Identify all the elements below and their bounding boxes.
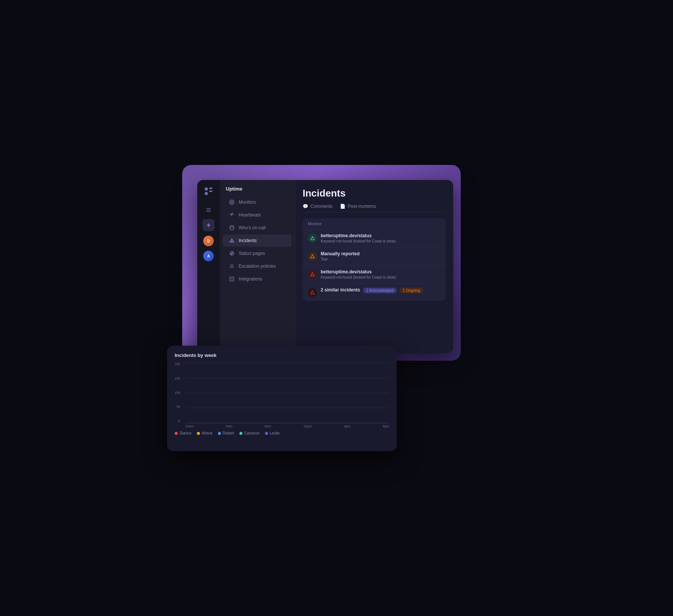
incident-row[interactable]: Manually reported Test [303,247,446,265]
tab-comments[interactable]: 💬 Comments [303,204,332,209]
legend-label-leslie: Leslie [270,431,280,435]
incident-info-3: betteruptime.dev/status Keyword not foun… [321,269,440,279]
svg-rect-17 [230,265,234,265]
status-pages-label: Status pages [239,251,265,256]
heartbeats-label: Heartbeats [239,212,261,218]
incident-info-2: Manually reported Test [321,251,440,261]
status-pages-icon [229,250,235,256]
svg-rect-19 [230,267,234,268]
nav-item-integrations[interactable]: Integrations [223,273,292,285]
nav-panel: Uptime Monitors Heartbeats [220,180,295,353]
svg-rect-2 [209,191,212,192]
y-label-5k: 5k [175,405,180,409]
post-mortems-tab-label: Post-mortems [348,204,376,209]
nav-item-escalation[interactable]: Escalation policies [223,260,292,272]
svg-rect-18 [230,266,234,266]
incident-row-similar[interactable]: 2 similar incidents 1 Acknowledged 1 Ong… [303,284,446,301]
incident-icon-2 [308,252,317,261]
svg-rect-8 [207,225,210,226]
sidebar-icon-menu[interactable] [203,204,215,216]
y-label-15k: 15k [175,377,180,380]
x-label-12pm: 12pm [303,424,312,428]
x-axis: 12am 4am 8am 12pm 4pm 8pm [175,424,389,428]
legend-item-dianne: Dianne [175,431,192,435]
app-logo [203,186,214,197]
incident-row[interactable]: betteruptime.dev/status Keyword not foun… [303,265,446,284]
similar-row: 2 similar incidents 1 Acknowledged 1 Ong… [321,287,440,293]
svg-rect-0 [205,188,208,191]
incident-title-2: Manually reported [321,251,440,256]
incident-info-1: betteruptime.dev/status Keyword not foun… [321,233,440,243]
legend-label-cameron: Cameron [244,431,260,435]
x-label-8pm: 8pm [382,424,389,428]
on-call-label: Who's on-call [239,225,266,230]
legend-item-arlene: Arlene [197,431,213,435]
incident-title-3: betteruptime.dev/status [321,269,440,274]
page-title: Incidents [303,188,446,199]
y-axis: 20k 15k 10k 5k 0 [175,363,180,423]
tab-post-mortems[interactable]: 📄 Post-mortems [340,204,376,209]
incident-sub-1: Keyword not found (looked for Coast is c… [321,239,440,243]
legend-item-cameron: Cameron [239,431,260,435]
incident-icon-1 [308,234,317,243]
incidents-icon [229,238,235,244]
similar-title: 2 similar incidents [321,287,360,293]
incident-row[interactable]: betteruptime.dev/status Keyword not foun… [303,229,446,247]
svg-rect-20 [230,277,231,279]
y-label-20k: 20k [175,363,180,366]
svg-rect-12 [231,226,231,227]
svg-rect-23 [233,280,234,282]
legend-label-arlene: Arlene [202,431,213,435]
incidents-label: Incidents [239,238,257,243]
comments-tab-label: Comments [311,204,332,209]
legend-label-robert: Robert [223,431,234,435]
nav-item-status-pages[interactable]: Status pages [223,247,292,259]
legend-dot-robert [218,432,221,435]
svg-rect-21 [233,277,234,279]
post-mortems-icon: 📄 [340,204,346,209]
nav-item-incidents[interactable]: Incidents [223,235,292,247]
nav-item-on-call[interactable]: Who's on-call [223,222,292,234]
legend-dot-arlene [197,432,200,435]
x-label-8am: 8am [265,424,271,428]
monitor-header: Monitor [303,218,446,229]
legend-label-dianne: Dianne [180,431,192,435]
avatar-2[interactable]: A [203,251,214,261]
incident-sub-3: Keyword not found (looked for Coast is c… [321,275,440,279]
nav-item-monitors[interactable]: Monitors [223,196,292,208]
incident-icon-3 [308,270,317,279]
legend-item-robert: Robert [218,431,234,435]
legend-dot-dianne [175,432,178,435]
chart-title: Incidents by week [175,352,389,358]
integrations-label: Integrations [239,276,262,282]
on-call-icon [229,225,235,231]
legend-item-leslie: Leslie [265,431,280,435]
chart-legend: Dianne Arlene Robert Cameron Leslie [175,431,389,435]
avatar-1[interactable]: D [203,236,214,246]
svg-point-9 [230,200,234,204]
chart-panel: Incidents by week 20k 15k 10k 5k 0 [167,346,397,451]
incident-icon-4 [308,288,317,297]
monitor-section: Monitor betteruptime.dev/status Keyword … [303,218,446,301]
svg-rect-3 [205,192,208,195]
svg-rect-13 [233,226,233,227]
svg-point-10 [231,201,233,203]
svg-point-24 [312,238,313,238]
svg-rect-1 [209,188,212,189]
incident-title-1: betteruptime.dev/status [321,233,440,238]
sidebar: D A [197,180,220,353]
y-label-10k: 10k [175,391,180,395]
nav-item-heartbeats[interactable]: Heartbeats [223,209,292,221]
svg-point-15 [232,241,232,242]
escalation-label: Escalation policies [239,264,276,269]
svg-rect-5 [206,210,211,210]
sidebar-icon-plus[interactable] [203,219,215,231]
svg-rect-11 [230,226,234,230]
main-content: Incidents 💬 Comments 📄 Post-mortems Moni… [295,180,453,353]
legend-dot-leslie [265,432,268,435]
monitors-icon [229,199,235,205]
badge-acknowledged: 1 Acknowledged [363,288,397,293]
heartbeats-icon [229,212,235,218]
incident-info-4: 2 similar incidents 1 Acknowledged 1 Ong… [321,287,440,293]
legend-dot-cameron [239,432,242,435]
